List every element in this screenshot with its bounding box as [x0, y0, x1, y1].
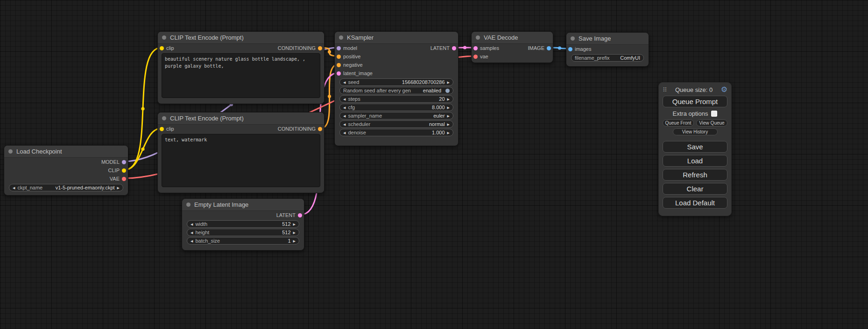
increment-arrow-icon[interactable]: ▶	[447, 106, 450, 109]
cfg-widget[interactable]: ◀ cfg 8.000 ▶	[339, 104, 453, 111]
steps-widget[interactable]: ◀ steps 20 ▶	[339, 95, 453, 103]
output-port-conditioning[interactable]: CONDITIONING	[278, 126, 322, 132]
view-history-button[interactable]: View History	[673, 128, 718, 135]
seed-widget[interactable]: ◀ seed 156680208700286 ▶	[339, 78, 453, 86]
conditioning-port-dot[interactable]	[337, 55, 341, 59]
load-button[interactable]: Load	[663, 155, 727, 167]
input-port-samples[interactable]: samples	[473, 45, 499, 51]
conditioning-port-dot[interactable]	[318, 46, 322, 50]
save-button[interactable]: Save	[663, 141, 727, 153]
decrement-arrow-icon[interactable]: ◀	[191, 223, 193, 226]
clip-port-dot[interactable]	[160, 46, 164, 50]
output-port-latent[interactable]: LATENT	[430, 45, 456, 51]
increment-arrow-icon[interactable]: ▶	[293, 223, 296, 226]
node-title-bar[interactable]: CLIP Text Encode (Prompt)	[158, 32, 324, 44]
model-port-dot[interactable]	[337, 46, 341, 50]
latent-port-dot[interactable]	[298, 213, 302, 217]
collapse-dot[interactable]	[8, 149, 13, 154]
decrement-arrow-icon[interactable]: ◀	[191, 231, 193, 234]
vae-port-dot[interactable]	[122, 177, 126, 181]
decrement-arrow-icon[interactable]: ◀	[343, 98, 346, 101]
decrement-arrow-icon[interactable]: ◀	[343, 81, 346, 84]
denoise-widget[interactable]: ◀ denoise 1.000 ▶	[339, 129, 453, 136]
output-port-vae[interactable]: VAE	[110, 176, 126, 182]
latent-port-dot[interactable]	[337, 71, 341, 76]
latent-port-dot[interactable]	[452, 46, 456, 50]
scheduler-widget[interactable]: ◀ scheduler normal ▶	[339, 120, 453, 128]
node-clip-text-encode-positive[interactable]: CLIP Text Encode (Prompt) clip CONDITION…	[157, 31, 325, 104]
input-port-model[interactable]: model	[337, 45, 357, 51]
node-save-image[interactable]: Save Image images filename_prefix ComfyU…	[566, 32, 649, 67]
node-title-bar[interactable]: CLIP Text Encode (Prompt)	[158, 112, 324, 125]
drag-handle-icon[interactable]: ⠿	[663, 86, 667, 93]
node-title-bar[interactable]: Empty Latent Image	[182, 199, 304, 211]
model-port-dot[interactable]	[122, 160, 126, 164]
node-vae-decode[interactable]: VAE Decode samples IMAGE vae	[471, 31, 553, 63]
increment-arrow-icon[interactable]: ▶	[293, 231, 296, 234]
input-port-latent-image[interactable]: latent_image	[337, 70, 373, 76]
load-default-button[interactable]: Load Default	[663, 197, 727, 209]
decrement-arrow-icon[interactable]: ◀	[191, 239, 193, 243]
image-port-dot[interactable]	[568, 47, 572, 51]
queue-front-button[interactable]: Queue Front	[663, 119, 694, 126]
node-title-bar[interactable]: VAE Decode	[472, 32, 553, 44]
increment-arrow-icon[interactable]: ▶	[447, 123, 450, 126]
node-canvas[interactable]: Load Checkpoint MODEL CLIP VAE ◀ ckpt_na…	[0, 0, 868, 329]
output-port-clip[interactable]: CLIP	[108, 168, 126, 173]
input-port-clip[interactable]: clip	[160, 45, 174, 51]
input-port-images[interactable]: images	[568, 46, 591, 52]
width-widget[interactable]: ◀ width 512 ▶	[187, 220, 299, 228]
collapse-dot[interactable]	[162, 35, 166, 40]
clip-port-dot[interactable]	[160, 127, 164, 131]
input-port-vae[interactable]: vae	[473, 54, 488, 59]
view-queue-button[interactable]: View Queue	[696, 119, 727, 126]
node-title-bar[interactable]: Save Image	[566, 33, 649, 45]
refresh-button[interactable]: Refresh	[663, 169, 727, 181]
prompt-text-input[interactable]: text, watermark	[162, 134, 320, 187]
clip-port-dot[interactable]	[122, 168, 126, 173]
image-port-dot[interactable]	[547, 46, 551, 50]
node-load-checkpoint[interactable]: Load Checkpoint MODEL CLIP VAE ◀ ckpt_na…	[4, 145, 128, 196]
increment-arrow-icon[interactable]: ▶	[117, 186, 120, 189]
increment-arrow-icon[interactable]: ▶	[293, 239, 296, 243]
decrement-arrow-icon[interactable]: ◀	[343, 123, 346, 126]
collapse-dot[interactable]	[339, 35, 343, 40]
collapse-dot[interactable]	[162, 116, 166, 120]
increment-arrow-icon[interactable]: ▶	[447, 98, 450, 101]
latent-port-dot[interactable]	[473, 46, 478, 50]
collapse-dot[interactable]	[571, 36, 575, 41]
node-empty-latent-image[interactable]: Empty Latent Image LATENT ◀ width 512 ▶ …	[182, 198, 304, 251]
output-port-image[interactable]: IMAGE	[528, 45, 551, 51]
random-seed-toggle-widget[interactable]: Random seed after every gen enabled	[339, 87, 453, 94]
collapse-dot[interactable]	[186, 203, 191, 207]
output-port-model[interactable]: MODEL	[101, 159, 126, 165]
input-port-negative[interactable]: negative	[337, 62, 363, 68]
decrement-arrow-icon[interactable]: ◀	[343, 131, 346, 134]
clear-button[interactable]: Clear	[663, 183, 727, 195]
sampler-name-widget[interactable]: ◀ sampler_name euler ▶	[339, 112, 453, 119]
batch-size-widget[interactable]: ◀ batch_size 1 ▶	[187, 237, 299, 245]
extra-options-checkbox[interactable]	[711, 111, 717, 117]
height-widget[interactable]: ◀ height 512 ▶	[187, 229, 299, 236]
increment-arrow-icon[interactable]: ▶	[447, 131, 450, 134]
increment-arrow-icon[interactable]: ▶	[447, 81, 450, 84]
filename-prefix-widget[interactable]: filename_prefix ComfyUI	[571, 54, 644, 62]
prompt-text-input[interactable]: beautiful scenery nature glass bottle la…	[162, 53, 320, 98]
increment-arrow-icon[interactable]: ▶	[447, 114, 450, 118]
node-clip-text-encode-negative[interactable]: CLIP Text Encode (Prompt) clip CONDITION…	[157, 112, 325, 193]
collapse-dot[interactable]	[476, 35, 480, 40]
output-port-latent[interactable]: LATENT	[276, 212, 302, 218]
node-ksampler[interactable]: KSampler model LATENT positive negative	[334, 31, 459, 146]
ckpt-name-widget[interactable]: ◀ ckpt_name v1-5-pruned-emaonly.ckpt ▶	[9, 184, 123, 191]
queue-prompt-button[interactable]: Queue Prompt	[663, 96, 727, 107]
conditioning-port-dot[interactable]	[337, 63, 341, 67]
vae-port-dot[interactable]	[473, 55, 478, 59]
input-port-clip[interactable]: clip	[160, 126, 174, 132]
node-title-bar[interactable]: Load Checkpoint	[4, 146, 128, 158]
decrement-arrow-icon[interactable]: ◀	[343, 114, 346, 118]
output-port-conditioning[interactable]: CONDITIONING	[278, 45, 322, 51]
settings-gear-icon[interactable]: ⚙	[721, 86, 727, 93]
conditioning-port-dot[interactable]	[318, 127, 322, 131]
decrement-arrow-icon[interactable]: ◀	[13, 186, 15, 189]
input-port-positive[interactable]: positive	[337, 54, 360, 59]
